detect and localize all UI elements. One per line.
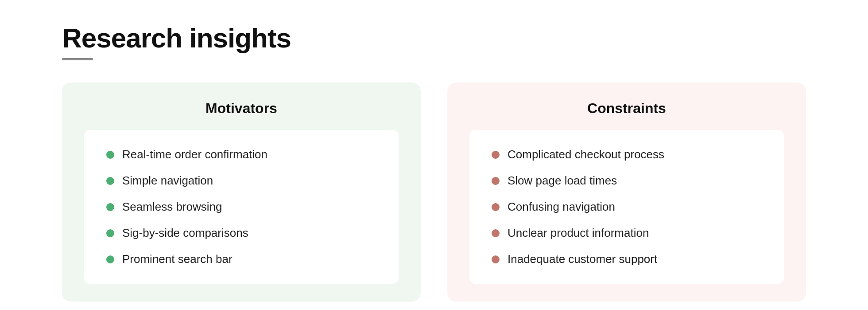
- motivators-title: Motivators: [84, 100, 399, 117]
- bullet-red-icon: [492, 255, 500, 263]
- bullet-red-icon: [492, 229, 500, 237]
- bullet-green-icon: [106, 151, 114, 159]
- cards-container: Motivators Real-time order confirmation …: [62, 82, 806, 302]
- title-underline: [62, 58, 93, 60]
- motivator-item-3: Seamless browsing: [122, 200, 222, 214]
- constraint-item-5: Inadequate customer support: [508, 252, 657, 266]
- constraint-item-3: Confusing navigation: [508, 200, 615, 214]
- list-item: Confusing navigation: [492, 200, 762, 214]
- list-item: Slow page load times: [492, 174, 762, 188]
- list-item: Simple navigation: [106, 174, 376, 188]
- bullet-green-icon: [106, 229, 114, 237]
- constraints-inner-card: Complicated checkout process Slow page l…: [469, 130, 784, 284]
- motivators-card: Motivators Real-time order confirmation …: [62, 82, 421, 302]
- list-item: Inadequate customer support: [492, 252, 762, 266]
- list-item: Prominent search bar: [106, 252, 376, 266]
- constraint-item-1: Complicated checkout process: [508, 148, 664, 161]
- constraint-item-2: Slow page load times: [508, 174, 617, 188]
- bullet-green-icon: [106, 203, 114, 211]
- motivator-item-5: Prominent search bar: [122, 252, 232, 266]
- bullet-green-icon: [106, 177, 114, 185]
- list-item: Sig-by-side comparisons: [106, 226, 376, 240]
- constraints-title: Constraints: [469, 100, 784, 117]
- constraint-item-4: Unclear product information: [508, 226, 649, 240]
- list-item: Seamless browsing: [106, 200, 376, 214]
- bullet-green-icon: [106, 255, 114, 263]
- bullet-red-icon: [492, 151, 500, 159]
- motivator-item-4: Sig-by-side comparisons: [122, 226, 248, 240]
- constraints-card: Constraints Complicated checkout process…: [447, 82, 806, 302]
- list-item: Complicated checkout process: [492, 148, 762, 161]
- motivator-item-1: Real-time order confirmation: [122, 148, 267, 161]
- list-item: Unclear product information: [492, 226, 762, 240]
- bullet-red-icon: [492, 203, 500, 211]
- list-item: Real-time order confirmation: [106, 148, 376, 161]
- motivators-inner-card: Real-time order confirmation Simple navi…: [84, 130, 399, 284]
- page-title: Research insights: [62, 22, 806, 54]
- motivator-item-2: Simple navigation: [122, 174, 213, 188]
- bullet-red-icon: [492, 177, 500, 185]
